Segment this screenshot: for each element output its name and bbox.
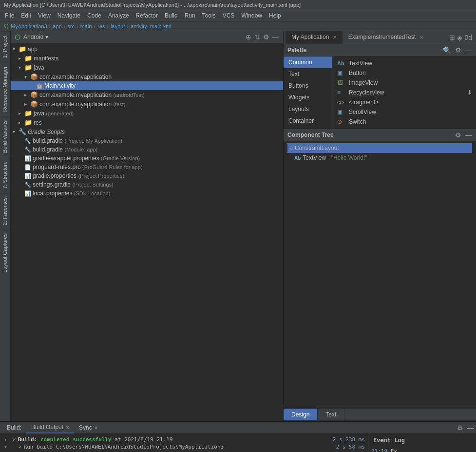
- tree-item-manifests[interactable]: ▸ 📁 manifests: [11, 54, 283, 63]
- breadcrumb-item[interactable]: res: [97, 23, 105, 29]
- menu-item-refactor[interactable]: Refactor: [133, 11, 161, 20]
- sidebar-tab-structure[interactable]: 7: Structure: [0, 157, 10, 193]
- palette-cat-buttons[interactable]: Buttons: [284, 80, 332, 92]
- menu-item-view[interactable]: View: [35, 11, 54, 20]
- breadcrumb-separator: ›: [64, 23, 66, 29]
- menu-item-help[interactable]: Help: [266, 11, 284, 20]
- toolbar-filter-icon[interactable]: ⇅: [254, 33, 260, 41]
- palette-item-scrollview[interactable]: ▣ ScrollView: [334, 107, 474, 117]
- editor-theme-icon[interactable]: ◈: [457, 34, 462, 41]
- sidebar-tab-resource-manager[interactable]: Resource Manager: [0, 62, 10, 116]
- sidebar-tab-build-variants[interactable]: Build Variants: [0, 116, 10, 157]
- palette-component-area: Palette 🔍 ⚙ — Common Text Buttons Widget…: [284, 44, 476, 421]
- sidebar-tab-favorites[interactable]: 2: Favorites: [0, 193, 10, 229]
- palette-cat-layouts[interactable]: Layouts: [284, 103, 332, 115]
- build-minimize-icon[interactable]: —: [467, 424, 474, 432]
- menu-item-vcs[interactable]: VCS: [220, 11, 238, 20]
- toolbar-globe-icon[interactable]: ⊕: [246, 33, 251, 41]
- breadcrumb-item[interactable]: MyApplication3: [11, 23, 47, 29]
- tree-item-local-props[interactable]: 📊 local.properties (SDK Location): [11, 189, 283, 198]
- menu-item-edit[interactable]: Edit: [18, 11, 34, 20]
- breadcrumb-item[interactable]: activity_main.xml: [131, 23, 171, 29]
- editor-tab-my-application-close[interactable]: ✕: [333, 35, 337, 40]
- imageview-label: ImageView: [349, 79, 378, 86]
- tree-item-gradle-scripts[interactable]: ▾ 🔧 Gradle Scripts: [11, 127, 283, 136]
- palette-settings-icon[interactable]: ⚙: [455, 46, 461, 54]
- tree-item-settings-gradle[interactable]: 🔧 settings.gradle (Project Settings): [11, 180, 283, 189]
- palette-cat-container[interactable]: Container: [284, 115, 332, 127]
- breadcrumb-item[interactable]: src: [67, 23, 75, 29]
- menu-item-run[interactable]: Run: [182, 11, 198, 20]
- tree-item-build-gradle-project[interactable]: 🔧 build.gradle (Project: My Application): [11, 136, 283, 145]
- toolbar-settings-icon[interactable]: ⚙: [263, 33, 269, 41]
- menu-item-file[interactable]: File: [2, 11, 17, 20]
- component-tree-header: Component Tree ⚙ —: [284, 129, 476, 141]
- toolbar-minimize-icon[interactable]: —: [272, 33, 279, 41]
- palette-cat-common[interactable]: Common: [284, 56, 332, 68]
- tree-item-gradle-wrapper[interactable]: 📊 gradle-wrapper.properties (Gradle Vers…: [11, 154, 283, 163]
- menu-item-navigate[interactable]: Navigate: [55, 11, 83, 20]
- tree-item-java[interactable]: ▾ 📁 java: [11, 63, 283, 72]
- palette-minimize-icon[interactable]: —: [465, 46, 472, 54]
- tree-item-gradle-props[interactable]: 📊 gradle.properties (Project Properties): [11, 171, 283, 180]
- ct-settings-icon[interactable]: ⚙: [455, 131, 461, 139]
- breadcrumb-item[interactable]: layout: [111, 23, 125, 29]
- palette-item-fragment[interactable]: </> <fragment>: [334, 97, 474, 107]
- tree-item-package-main[interactable]: ▾ 📦 com.example.myapplication: [11, 72, 283, 81]
- tree-item-main-activity[interactable]: 🤖 MainActivity: [11, 81, 283, 90]
- menu-item-tools[interactable]: Tools: [199, 11, 219, 20]
- ct-item-textview[interactable]: Ab TextView - "Hello World!": [287, 153, 472, 163]
- palette-item-imageview[interactable]: 🖼 ImageView: [334, 78, 474, 88]
- constraint-layout-icon: ⊡: [288, 145, 293, 151]
- bottom-tab-sync-close[interactable]: ✕: [94, 425, 98, 431]
- tree-item-app[interactable]: ▾ 📁 app: [11, 44, 283, 54]
- palette-body: Common Text Buttons Widgets Layouts Cont…: [284, 56, 476, 129]
- editor-more-icon[interactable]: 0d: [464, 34, 472, 41]
- editor-tab-example-instrumented-label: ExampleInstrumentedTest: [348, 34, 416, 40]
- bottom-tab-build[interactable]: Build:: [2, 422, 26, 433]
- sidebar-tab-layout-captures[interactable]: Layout Captures: [0, 229, 10, 277]
- bottom-tabs-bar: Build: Build Output ✕ Sync ✕ ⚙ —: [0, 422, 476, 434]
- tab-text[interactable]: Text: [318, 409, 344, 420]
- ct-textview-label: TextView - "Hello World!": [303, 154, 367, 161]
- breadcrumb-item[interactable]: main: [80, 23, 92, 29]
- editor-tab-example-close[interactable]: ✕: [419, 35, 423, 40]
- palette-item-switch[interactable]: ⊙ Switch: [334, 117, 474, 127]
- recyclerview-download-icon[interactable]: ⬇: [467, 89, 472, 96]
- tree-item-proguard[interactable]: 📄 proguard-rules.pro (ProGuard Rules for…: [11, 163, 283, 171]
- editor-layers-icon[interactable]: ⊞: [449, 34, 455, 41]
- build-settings-icon[interactable]: ⚙: [457, 424, 463, 432]
- android-dropdown-label[interactable]: Android ▾: [23, 34, 48, 40]
- bottom-tab-build-output-close[interactable]: ✕: [65, 425, 69, 430]
- menu-item-build[interactable]: Build: [162, 11, 181, 20]
- menu-item-code[interactable]: Code: [84, 11, 104, 20]
- menu-item-window[interactable]: Window: [238, 11, 265, 20]
- editor-tab-my-application[interactable]: My Application ✕: [286, 31, 343, 44]
- textview-icon: Ab: [337, 60, 347, 66]
- bottom-tab-sync[interactable]: Sync ✕: [74, 422, 103, 433]
- palette-item-recyclerview[interactable]: ≡ RecyclerView ⬇: [334, 88, 474, 97]
- tree-item-build-gradle-app[interactable]: 🔧 build.gradle (Module: app): [11, 145, 283, 154]
- expand-run-build[interactable]: ▾: [4, 444, 11, 450]
- palette-item-textview[interactable]: Ab TextView: [334, 58, 474, 68]
- breadcrumb-separator: ›: [76, 23, 78, 29]
- expand-build[interactable]: ▾: [4, 436, 11, 443]
- tree-item-package-test[interactable]: ▸ 📦 com.example.myapplication (test): [11, 99, 283, 109]
- ct-minimize-icon[interactable]: —: [465, 131, 472, 139]
- el-text-1: Ex: [391, 448, 397, 452]
- palette-cat-widgets[interactable]: Widgets: [284, 92, 332, 103]
- tab-design[interactable]: Design: [284, 409, 318, 420]
- sidebar-tab-project[interactable]: 1: Project: [0, 31, 10, 62]
- palette-item-button[interactable]: ▣ Button: [334, 68, 474, 78]
- breadcrumb-item[interactable]: app: [53, 23, 61, 29]
- tree-item-res[interactable]: ▸ 📁 res: [11, 118, 283, 127]
- palette-search-icon[interactable]: 🔍: [443, 46, 451, 54]
- bottom-tab-build-output[interactable]: Build Output ✕: [26, 422, 74, 433]
- breadcrumb-separator: ›: [49, 23, 51, 29]
- editor-tab-example-instrumented[interactable]: ExampleInstrumentedTest ✕: [343, 31, 429, 44]
- menu-item-analyze[interactable]: Analyze: [105, 11, 132, 20]
- palette-cat-text[interactable]: Text: [284, 68, 332, 80]
- tree-item-package-androidtest[interactable]: ▸ 📦 com.example.myapplication (androidTe…: [11, 90, 283, 99]
- ct-item-constraint-layout[interactable]: ⊡ ConstraintLayout: [287, 143, 472, 153]
- tree-item-java-generated[interactable]: ▸ 📁 java (generated): [11, 109, 283, 118]
